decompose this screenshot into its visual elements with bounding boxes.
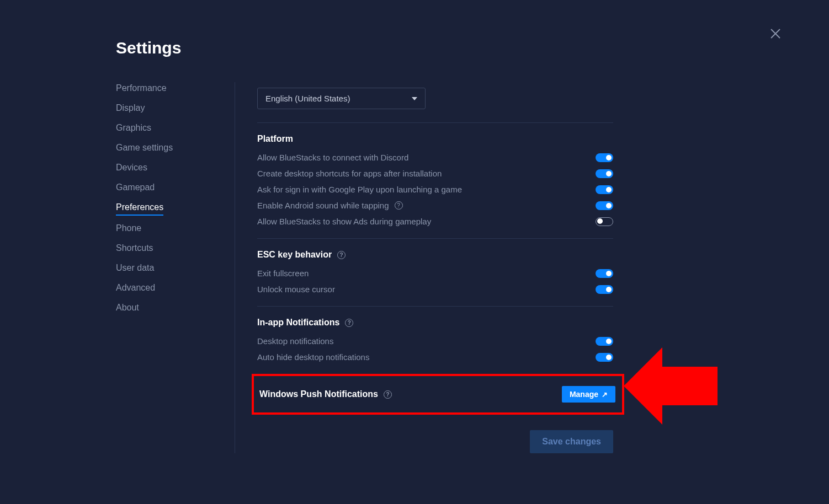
- toggle-switch[interactable]: [596, 285, 613, 294]
- toggle-switch[interactable]: [596, 217, 613, 226]
- sidebar-item-advanced[interactable]: Advanced: [116, 283, 155, 295]
- help-icon[interactable]: ?: [337, 251, 346, 259]
- main-content: English (United States) Platform Allow B…: [257, 82, 613, 453]
- setting-row: Create desktop shortcuts for apps after …: [257, 169, 613, 178]
- sidebar-item-performance[interactable]: Performance: [116, 83, 167, 95]
- manage-button-label: Manage: [570, 390, 598, 399]
- help-icon[interactable]: ?: [395, 201, 403, 210]
- toggle-switch[interactable]: [596, 153, 613, 162]
- setting-label-text: Exit fullscreen: [257, 269, 309, 278]
- setting-label: Auto hide desktop notifications: [257, 352, 369, 362]
- toggle-knob: [606, 187, 612, 192]
- esc-title-text: ESC key behavior: [257, 250, 332, 260]
- setting-label: Ask for sign in with Google Play upon la…: [257, 185, 462, 194]
- setting-label-text: Auto hide desktop notifications: [257, 352, 369, 362]
- setting-row: Exit fullscreen: [257, 269, 613, 278]
- toggle-switch[interactable]: [596, 337, 613, 346]
- setting-row: Ask for sign in with Google Play upon la…: [257, 185, 613, 194]
- divider: [257, 238, 613, 239]
- toggle-switch[interactable]: [596, 169, 613, 178]
- toggle-knob: [606, 171, 612, 176]
- toggle-knob: [597, 218, 603, 224]
- push-highlight-box: Windows Push Notifications ? Manage ↗: [252, 374, 624, 415]
- external-link-icon: ↗: [602, 390, 608, 399]
- arrow-annotation: [624, 342, 723, 432]
- setting-label: Exit fullscreen: [257, 269, 309, 278]
- toggle-switch[interactable]: [596, 185, 613, 194]
- save-changes-button[interactable]: Save changes: [530, 430, 613, 453]
- setting-label: Create desktop shortcuts for apps after …: [257, 169, 442, 178]
- sidebar-item-preferences[interactable]: Preferences: [116, 202, 163, 216]
- setting-label: Unlock mouse cursor: [257, 285, 335, 294]
- setting-label-text: Ask for sign in with Google Play upon la…: [257, 185, 462, 194]
- sidebar-item-game-settings[interactable]: Game settings: [116, 143, 173, 155]
- setting-row: Desktop notifications: [257, 336, 613, 346]
- sidebar-item-about[interactable]: About: [116, 303, 139, 315]
- chevron-down-icon: [412, 97, 417, 100]
- toggle-knob: [606, 339, 612, 344]
- divider: [257, 306, 613, 307]
- setting-row: Unlock mouse cursor: [257, 285, 613, 294]
- toggle-switch[interactable]: [596, 201, 613, 210]
- help-icon[interactable]: ?: [384, 390, 392, 399]
- setting-row: Auto hide desktop notifications: [257, 352, 613, 362]
- toggle-switch[interactable]: [596, 353, 613, 362]
- sidebar-item-phone[interactable]: Phone: [116, 223, 141, 235]
- sidebar-item-display[interactable]: Display: [116, 103, 145, 115]
- esc-title: ESC key behavior ?: [257, 250, 613, 260]
- setting-label-text: Unlock mouse cursor: [257, 285, 335, 294]
- setting-row: Allow BlueStacks to show Ads during game…: [257, 217, 613, 226]
- setting-row: Enable Android sound while tapping?: [257, 201, 613, 210]
- language-dropdown-value: English (United States): [265, 94, 350, 103]
- push-title-text: Windows Push Notifications: [259, 389, 378, 399]
- svg-marker-2: [624, 347, 718, 425]
- esc-section: ESC key behavior ? Exit fullscreenUnlock…: [257, 250, 613, 294]
- platform-section: Platform Allow BlueStacks to connect wit…: [257, 134, 613, 226]
- toggle-knob: [606, 271, 612, 276]
- toggle-knob: [606, 155, 612, 160]
- setting-row: Allow BlueStacks to connect with Discord: [257, 153, 613, 162]
- close-button[interactable]: [770, 29, 780, 41]
- sidebar-item-shortcuts[interactable]: Shortcuts: [116, 243, 153, 255]
- language-dropdown[interactable]: English (United States): [257, 88, 426, 109]
- setting-label-text: Allow BlueStacks to connect with Discord: [257, 153, 408, 162]
- help-icon[interactable]: ?: [345, 319, 353, 327]
- sidebar: PerformanceDisplayGraphicsGame settingsD…: [116, 82, 235, 453]
- vertical-divider: [235, 82, 235, 453]
- toggle-knob: [606, 203, 612, 208]
- sidebar-item-gamepad[interactable]: Gamepad: [116, 183, 155, 195]
- close-icon: [770, 29, 780, 39]
- toggle-knob: [606, 287, 612, 292]
- sidebar-item-user-data[interactable]: User data: [116, 263, 154, 275]
- platform-title: Platform: [257, 134, 613, 144]
- inapp-section: In-app Notifications ? Desktop notificat…: [257, 318, 613, 362]
- divider: [257, 122, 613, 123]
- push-title: Windows Push Notifications ?: [257, 389, 392, 399]
- setting-label-text: Create desktop shortcuts for apps after …: [257, 169, 442, 178]
- setting-label: Allow BlueStacks to connect with Discord: [257, 153, 408, 162]
- sidebar-item-graphics[interactable]: Graphics: [116, 123, 151, 135]
- setting-label-text: Allow BlueStacks to show Ads during game…: [257, 217, 431, 226]
- push-section: Windows Push Notifications ? Manage ↗: [257, 386, 615, 403]
- inapp-title-text: In-app Notifications: [257, 318, 339, 328]
- manage-button[interactable]: Manage ↗: [562, 386, 615, 403]
- inapp-title: In-app Notifications ?: [257, 318, 613, 328]
- setting-label: Desktop notifications: [257, 336, 333, 346]
- platform-title-text: Platform: [257, 134, 293, 144]
- toggle-knob: [606, 355, 612, 360]
- setting-label: Allow BlueStacks to show Ads during game…: [257, 217, 431, 226]
- toggle-switch[interactable]: [596, 269, 613, 278]
- setting-label-text: Desktop notifications: [257, 336, 333, 346]
- page-title: Settings: [116, 39, 796, 57]
- setting-label-text: Enable Android sound while tapping: [257, 201, 389, 210]
- setting-label: Enable Android sound while tapping?: [257, 201, 403, 210]
- sidebar-item-devices[interactable]: Devices: [116, 163, 147, 175]
